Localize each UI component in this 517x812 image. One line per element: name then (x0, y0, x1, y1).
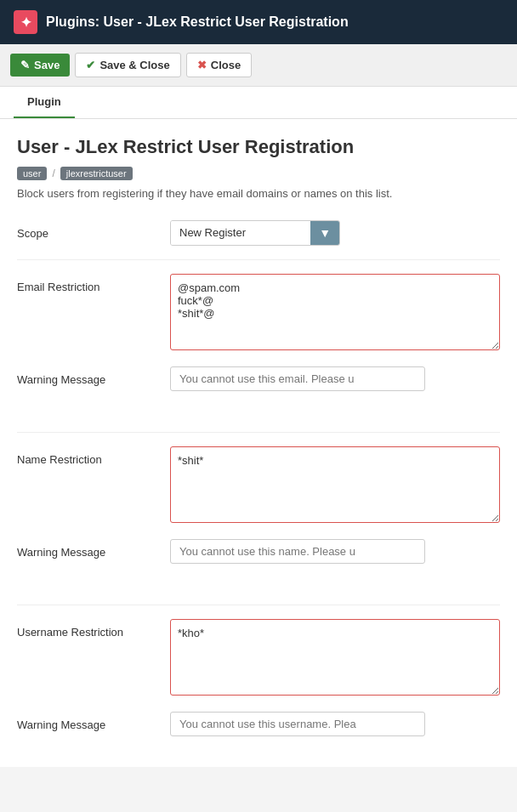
email-restriction-textarea[interactable] (170, 274, 500, 350)
name-restriction-row: Name Restriction (17, 446, 500, 525)
username-restriction-row: Username Restriction (17, 619, 500, 698)
username-restriction-label: Username Restriction (17, 619, 170, 639)
scope-dropdown-arrow[interactable]: ▼ (310, 221, 339, 245)
email-warning-control (170, 366, 500, 391)
save-button[interactable]: ✎ Save (10, 54, 70, 77)
tab-plugin[interactable]: Plugin (14, 87, 75, 118)
divider-2 (17, 432, 500, 433)
username-warning-row: Warning Message (17, 712, 500, 736)
save-close-button[interactable]: ✔ Save & Close (75, 53, 180, 77)
scope-select-wrapper[interactable]: New Register ▼ (170, 220, 340, 246)
divider-3 (17, 605, 500, 605)
scope-row: Scope New Register ▼ (17, 220, 500, 246)
username-restriction-textarea[interactable] (170, 619, 500, 696)
scope-control: New Register ▼ (170, 220, 500, 246)
username-restriction-control (170, 619, 500, 698)
badge-plugin-name: jlexrestrictuser (60, 167, 133, 180)
email-warning-row: Warning Message (17, 366, 500, 391)
page-description: Block users from registering if they hav… (17, 187, 500, 200)
username-warning-label: Warning Message (17, 712, 170, 731)
name-restriction-label: Name Restriction (17, 446, 170, 466)
checkmark-icon: ✔ (86, 59, 95, 71)
divider-1 (17, 259, 500, 260)
plugin-icon: ✦ (14, 10, 37, 34)
close-icon: ✖ (197, 59, 207, 71)
badge-user: user (17, 167, 47, 180)
header-title: Plugins: User - JLex Restrict User Regis… (46, 14, 349, 30)
page-header: ✦ Plugins: User - JLex Restrict User Reg… (0, 0, 517, 44)
tabs-container: Plugin (0, 87, 517, 119)
email-warning-input[interactable] (170, 366, 425, 391)
toolbar: ✎ Save ✔ Save & Close ✖ Close (0, 44, 517, 87)
name-restriction-control (170, 446, 500, 525)
name-warning-label: Warning Message (17, 539, 170, 559)
name-warning-row: Warning Message (17, 539, 500, 564)
username-warning-input[interactable] (170, 712, 425, 736)
name-warning-input[interactable] (170, 539, 425, 564)
breadcrumb: user / jlexrestrictuser (17, 167, 500, 180)
breadcrumb-separator: / (52, 168, 54, 179)
main-content: User - JLex Restrict User Registration u… (0, 119, 517, 767)
save-icon: ✎ (20, 59, 30, 71)
username-warning-control (170, 712, 500, 736)
page-title: User - JLex Restrict User Registration (17, 136, 500, 158)
email-restriction-row: Email Restriction (17, 274, 500, 353)
name-warning-control (170, 539, 500, 564)
email-restriction-label: Email Restriction (17, 274, 170, 293)
name-restriction-textarea[interactable] (170, 446, 500, 523)
email-warning-label: Warning Message (17, 366, 170, 386)
email-restriction-control (170, 274, 500, 353)
scope-label: Scope (17, 220, 170, 240)
close-button[interactable]: ✖ Close (186, 53, 252, 77)
scope-select-value: New Register (171, 221, 310, 245)
